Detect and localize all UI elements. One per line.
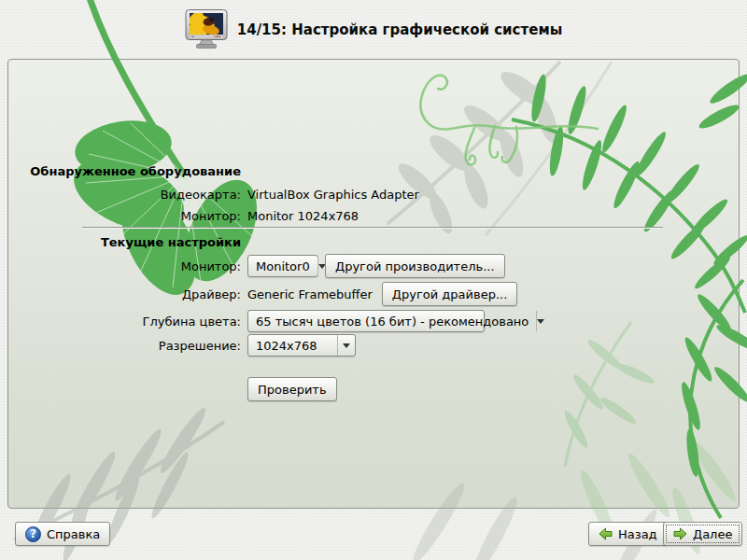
arrow-left-icon <box>599 527 613 540</box>
section-separator <box>82 227 663 229</box>
arrow-right-icon <box>673 527 687 540</box>
test-button[interactable]: Проверить <box>247 377 337 401</box>
videocard-value: VirtualBox Graphics Adapter <box>247 188 419 202</box>
resolution-label: Разрешение: <box>7 339 241 353</box>
resolution-combobox[interactable]: 1024x768 <box>247 334 356 357</box>
installer-window: { "header": { "step_title": "14/15: Наст… <box>0 0 747 560</box>
color-depth-label: Глубина цвета: <box>7 315 241 329</box>
hardware-heading: Обнаруженное оборудование <box>7 164 241 178</box>
page-title: 14/15: Настройка графической системы <box>237 21 562 38</box>
question-mark-icon: ? <box>25 526 41 542</box>
driver-row: Драйвер: Generic Framebuffer Другой драй… <box>7 282 740 306</box>
driver-label: Драйвер: <box>7 287 241 301</box>
monitor-combobox-value: Monitor0 <box>248 259 317 273</box>
videocard-row: Видеокарта: VirtualBox Graphics Adapter <box>7 188 740 202</box>
monitor-label: Монитор: <box>7 259 241 273</box>
wizard-header: 14/15: Настройка графической системы <box>0 0 747 59</box>
graphics-setup-form: Обнаруженное оборудование Видеокарта: Vi… <box>7 59 740 509</box>
color-depth-row: Глубина цвета: 65 тысяч цветов (16 бит) … <box>7 310 740 332</box>
videocard-label: Видеокарта: <box>7 188 241 202</box>
chevron-down-icon <box>337 335 355 356</box>
other-vendor-button[interactable]: Другой производитель... <box>325 254 505 278</box>
next-button-label: Далее <box>693 527 732 541</box>
back-button-label: Назад <box>618 527 657 541</box>
detected-monitor-row: Монитор: Monitor 1024x768 <box>7 209 740 223</box>
monitor-photo-icon <box>185 9 228 50</box>
monitor-combobox[interactable]: Monitor0 <box>247 255 318 277</box>
monitor-row: Монитор: Monitor0 Другой производитель..… <box>7 254 740 278</box>
help-button-label: Справка <box>47 527 100 541</box>
chevron-down-icon <box>536 311 544 331</box>
hardware-section: Обнаруженное оборудование <box>7 164 740 178</box>
resolution-value: 1024x768 <box>248 339 325 353</box>
color-depth-combobox[interactable]: 65 тысяч цветов (16 бит) - рекомендовано <box>247 310 485 332</box>
color-depth-value: 65 тысяч цветов (16 бит) - рекомендовано <box>248 315 536 329</box>
settings-section: Текущие настройки <box>7 235 740 249</box>
settings-heading: Текущие настройки <box>7 235 241 249</box>
next-button[interactable]: Далее <box>663 522 742 546</box>
back-button[interactable]: Назад <box>588 522 668 546</box>
detected-monitor-value: Monitor 1024x768 <box>247 209 359 223</box>
help-button[interactable]: ? Справка <box>15 522 110 546</box>
detected-monitor-label: Монитор: <box>7 209 241 223</box>
other-driver-button[interactable]: Другой драйвер... <box>382 282 517 306</box>
driver-value: Generic Framebuffer <box>247 287 373 301</box>
resolution-row: Разрешение: 1024x768 <box>7 334 740 357</box>
